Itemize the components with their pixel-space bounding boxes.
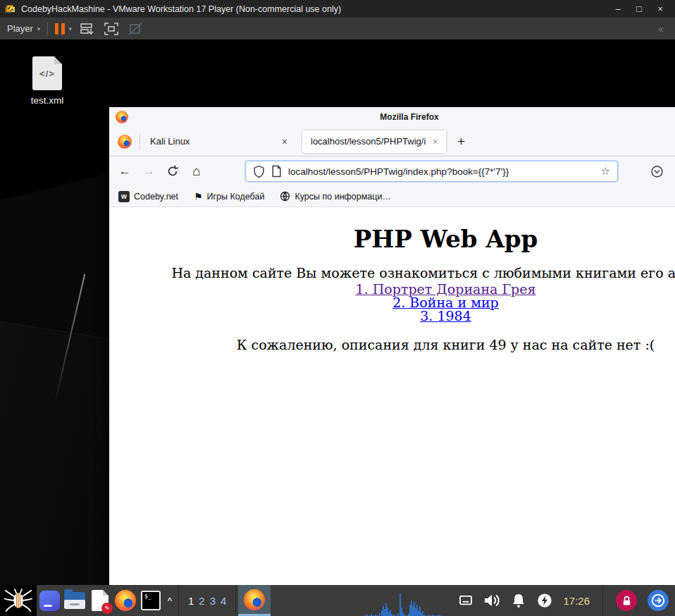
file-label: test.xml bbox=[18, 95, 77, 106]
taskbar: ✎ $_ ^ 1 2 3 4 bbox=[0, 585, 675, 616]
arrow-circle-icon bbox=[650, 593, 666, 608]
notification-bell-icon[interactable] bbox=[511, 593, 526, 609]
close-button[interactable]: × bbox=[650, 4, 671, 14]
firefox-icon bbox=[116, 111, 128, 123]
tab-label: Kali Linux bbox=[150, 136, 280, 147]
workspace-3[interactable]: 3 bbox=[210, 595, 216, 607]
text-editor-icon: ✎ bbox=[92, 590, 109, 611]
pencil-badge-icon: ✎ bbox=[101, 603, 113, 614]
player-menu[interactable]: Player ▾ bbox=[7, 23, 40, 34]
volume-icon[interactable] bbox=[483, 593, 500, 608]
xml-file-icon: </> bbox=[32, 56, 62, 90]
bookmark-label: Курсы по информаци… bbox=[295, 192, 391, 202]
flag-icon: ⚑ bbox=[194, 191, 203, 202]
vmware-toolbar: Player ▾ ▾ « bbox=[0, 18, 675, 39]
forward-button: → bbox=[139, 164, 159, 178]
bookmark-courses[interactable]: Курсы по информаци… bbox=[280, 191, 391, 202]
url-input[interactable]: localhost/lesson5/PHPTwig/index.php?book… bbox=[288, 166, 595, 177]
url-bar[interactable]: localhost/lesson5/PHPTwig/index.php?book… bbox=[245, 161, 618, 182]
book-link-3[interactable]: 3. 1984 bbox=[109, 309, 675, 323]
label-fade bbox=[428, 130, 446, 153]
tab-bar: Kali Linux × localhost/lesson5/PHPTwig/i… bbox=[109, 127, 675, 156]
firefox-window-title: Mozilla Firefox bbox=[380, 112, 438, 122]
taskbar-window-firefox[interactable] bbox=[238, 585, 271, 616]
maximize-button[interactable]: □ bbox=[628, 4, 650, 14]
bookmark-codeby[interactable]: w Codeby.net bbox=[118, 191, 178, 202]
app-icon bbox=[39, 591, 60, 611]
bookmark-games[interactable]: ⚑ Игры Кодебай bbox=[194, 191, 264, 202]
caret-down-icon: ▾ bbox=[37, 25, 41, 32]
vmware-window-title: CodebyHackMashine - VMware Workstation 1… bbox=[21, 4, 341, 14]
tab-kali-linux[interactable]: Kali Linux × bbox=[140, 127, 297, 156]
workspace-pager[interactable]: 1 2 3 4 bbox=[181, 595, 233, 607]
firefox-icon bbox=[244, 589, 265, 610]
book-link-2[interactable]: 2. Война и мир bbox=[109, 296, 675, 309]
launcher-firefox[interactable] bbox=[113, 585, 138, 616]
panel-separator bbox=[178, 585, 179, 616]
intro-text: На данном сайте Вы можете ознакомиться с… bbox=[109, 265, 675, 281]
panel-separator bbox=[235, 585, 236, 616]
firefox-titlebar[interactable]: Mozilla Firefox bbox=[109, 107, 675, 127]
collapse-toolbar-button[interactable]: « bbox=[658, 23, 662, 35]
bookmark-label: Игры Кодебай bbox=[207, 192, 265, 202]
lock-icon bbox=[621, 595, 633, 607]
unity-mode-button-disabled bbox=[127, 21, 144, 37]
launcher-app[interactable] bbox=[37, 585, 62, 616]
caret-down-icon: ▾ bbox=[68, 25, 72, 32]
back-button[interactable]: ← bbox=[115, 164, 135, 178]
panel-separator bbox=[602, 585, 603, 616]
vmware-titlebar: CodebyHackMashine - VMware Workstation 1… bbox=[0, 0, 675, 18]
workspace-2[interactable]: 2 bbox=[199, 595, 204, 607]
workspace-1[interactable]: 1 bbox=[188, 595, 194, 607]
launcher-expand-button[interactable]: ^ bbox=[163, 596, 176, 605]
screen-lock-button[interactable] bbox=[616, 590, 637, 611]
folder-icon bbox=[64, 592, 85, 609]
logout-button[interactable] bbox=[648, 590, 669, 611]
system-tray: 17:26 bbox=[364, 585, 675, 616]
desktop-file-test-xml[interactable]: </> test.xml bbox=[18, 56, 77, 106]
launcher-terminal[interactable]: $_ bbox=[138, 585, 163, 616]
page-title: PHP Web App bbox=[109, 225, 675, 253]
clock[interactable]: 17:26 bbox=[563, 595, 590, 607]
power-manager-icon[interactable] bbox=[537, 593, 552, 608]
workspace-4[interactable]: 4 bbox=[221, 595, 226, 607]
pocket-save-icon[interactable] bbox=[650, 165, 664, 178]
kali-dragon-icon bbox=[4, 589, 32, 612]
launcher-text-editor[interactable]: ✎ bbox=[87, 585, 113, 616]
firefox-icon bbox=[118, 135, 132, 149]
toolbar-separator bbox=[47, 23, 48, 35]
launcher-file-manager[interactable] bbox=[62, 585, 87, 616]
page-content: PHP Web App На данном сайте Вы можете оз… bbox=[109, 207, 675, 585]
navigation-toolbar: ← → ⌂ localhost/lesson5/PHPTwig/index.ph… bbox=[109, 156, 675, 186]
minimize-button[interactable]: – bbox=[607, 4, 628, 14]
vm-screen: </> test.xml Mozilla Firefox Kali Linux … bbox=[0, 39, 675, 616]
bookmarks-toolbar: w Codeby.net ⚑ Игры Кодебай Курсы по инф… bbox=[109, 186, 675, 207]
pause-icon bbox=[55, 23, 65, 35]
network-monitor-graph[interactable] bbox=[364, 589, 448, 616]
home-button[interactable]: ⌂ bbox=[187, 164, 206, 179]
shield-icon[interactable] bbox=[253, 165, 265, 178]
page-info-icon[interactable] bbox=[271, 165, 282, 178]
close-tab-icon[interactable]: × bbox=[280, 136, 290, 147]
firefox-window: Mozilla Firefox Kali Linux × localhost/l… bbox=[109, 107, 675, 585]
fullscreen-button[interactable] bbox=[103, 21, 120, 37]
new-tab-button[interactable]: + bbox=[457, 134, 465, 149]
reload-button[interactable] bbox=[163, 165, 182, 178]
globe-icon bbox=[280, 191, 290, 202]
tab-localhost-active[interactable]: localhost/lesson5/PHPTwig/i × bbox=[302, 130, 446, 153]
bookmark-label: Codeby.net bbox=[134, 192, 178, 202]
vmware-logo-icon bbox=[4, 4, 16, 15]
tab-label: localhost/lesson5/PHPTwig/i bbox=[311, 136, 431, 147]
display-tray-icon[interactable] bbox=[459, 595, 473, 606]
send-ctrl-alt-del-button[interactable] bbox=[79, 21, 96, 37]
bookmark-star-icon[interactable]: ☆ bbox=[601, 165, 610, 178]
terminal-icon: $_ bbox=[141, 591, 161, 610]
error-message: К сожалению, описания для книги 49 у нас… bbox=[109, 337, 675, 352]
player-menu-label: Player bbox=[7, 23, 33, 34]
kali-menu-button[interactable] bbox=[0, 585, 37, 616]
code-glyph: </> bbox=[39, 68, 55, 79]
suspend-vm-button[interactable]: ▾ bbox=[55, 23, 72, 35]
firefox-icon bbox=[115, 590, 136, 611]
codeby-favicon: w bbox=[118, 191, 130, 202]
